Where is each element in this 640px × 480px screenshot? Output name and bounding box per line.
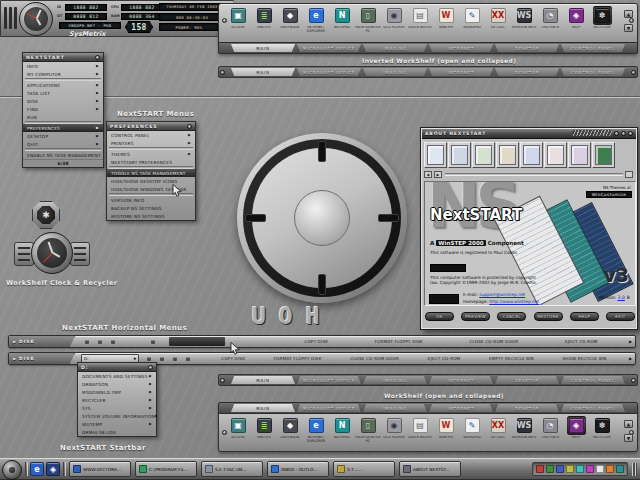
screenshot-thumbnail[interactable] <box>520 142 543 168</box>
menu-item[interactable]: MSDOWNLD.TMP ▶ <box>78 388 156 396</box>
shelf-scroll-down[interactable]: ▼ <box>624 434 633 442</box>
menu-item[interactable]: DRWATSON ▶ <box>78 380 156 388</box>
shelf-tab[interactable]: MAIN <box>231 404 295 412</box>
shelf-tab[interactable]: CONTROL PANEL <box>561 404 625 412</box>
recycler-widget[interactable]: ✱ <box>32 201 60 229</box>
menu-item[interactable]: RESTORE NS SETTINGS <box>107 212 195 220</box>
drive-icon[interactable] <box>147 357 151 361</box>
shelf-tab[interactable]: INTERNET <box>429 376 493 384</box>
shelf-tab[interactable]: MICROSOFT OFFICE <box>297 68 361 76</box>
shelf-item[interactable]: e INTERNET EXPLORER <box>303 6 329 34</box>
menu-item[interactable]: PRINTERS ▶ <box>107 139 195 147</box>
shelf-tab[interactable]: IMAGING <box>363 404 427 412</box>
shelf-item[interactable]: ◈ HELP <box>563 416 589 444</box>
quick-launch-icon[interactable]: e <box>30 462 44 476</box>
drive-icon[interactable] <box>111 340 115 344</box>
task-button[interactable]: S.T....... <box>333 461 395 477</box>
shelf-scroll-up[interactable]: ▲ <box>624 420 633 428</box>
shelf-item[interactable]: ◆ GREYBOOK <box>277 416 303 444</box>
drive-icon[interactable] <box>186 357 190 361</box>
menu-item[interactable]: DESKTOP ▶ <box>23 132 103 140</box>
shelf-tab[interactable]: MICROSOFT OFFICE <box>297 44 361 52</box>
menu-item[interactable]: BACKUP NS SETTINGS <box>107 204 195 212</box>
dialog-button[interactable]: CANCEL <box>497 312 526 321</box>
menu-bar-item[interactable]: EMPTY RECYCLE BIN <box>489 356 534 361</box>
tray-icon[interactable] <box>576 465 584 473</box>
task-button[interactable]: S.E.T.FAC.UN... <box>201 461 263 477</box>
dialog-button[interactable]: OK <box>425 312 454 321</box>
menu-bar-item[interactable]: FORMAT FLOPPY DISK <box>274 356 322 361</box>
shelf-item[interactable]: ✎ WORDPAD <box>459 6 485 34</box>
shelf-tab[interactable]: CONTROL PANEL <box>561 376 625 384</box>
start-button[interactable] <box>2 460 22 480</box>
quick-launch-icon[interactable]: ◈ <box>46 462 60 476</box>
menu-item[interactable]: APPLICATIONS ▶ <box>23 81 103 89</box>
shelf-item[interactable]: ▯ PALM DESKTOP PC <box>355 6 381 34</box>
menu-item[interactable]: PREFERENCES ▶ <box>23 124 103 132</box>
menu-bar-item[interactable]: CLOSE CD-ROM DOOR <box>469 339 518 344</box>
shelf-tab[interactable]: MAIN <box>231 68 295 76</box>
screenshot-thumbnail[interactable] <box>424 142 447 168</box>
shelf-item[interactable]: N NOTEPAD <box>329 416 355 444</box>
menu-item[interactable]: SYS ▶ <box>78 404 156 412</box>
dialog-button[interactable]: EXIT <box>606 312 635 321</box>
shelf-item[interactable]: ◉ QCD PLAYER <box>381 6 407 34</box>
task-button[interactable]: C:\PROGRAM FIL... <box>135 461 197 477</box>
menu-item[interactable]: TASK LIST ▶ <box>23 89 103 97</box>
menu-item[interactable]: ENABLE NS TASK MANAGEMENT <box>23 151 103 159</box>
menu-bar-item[interactable]: CLOSE CD-ROM DOOR <box>350 356 399 361</box>
dialog-button[interactable]: RESTORE <box>534 312 563 321</box>
window-titlebar[interactable]: ABOUT NEXTSTART <box>421 128 637 139</box>
shelf-item[interactable]: ≣ ENOTES <box>251 416 277 444</box>
tray-icon[interactable] <box>566 465 574 473</box>
drive-icon[interactable] <box>98 340 102 344</box>
menu-close-button[interactable] <box>95 55 100 60</box>
shelf-item[interactable]: ≣ ENOTES <box>251 6 277 34</box>
shelf-tab[interactable]: INTERNET <box>429 44 493 52</box>
shelf-item[interactable]: ✽ RECYCLER <box>589 416 615 444</box>
screenshot-thumbnail[interactable] <box>448 142 471 168</box>
shelf-tab[interactable]: MAIN <box>231 376 295 384</box>
shelf-item[interactable]: XX XX CALC <box>485 6 511 34</box>
menu-item[interactable]: FIND ▶ <box>23 105 103 113</box>
overflow-arrow-icon[interactable]: ▶ <box>629 339 632 344</box>
shelf-tab[interactable]: IMAGING <box>363 376 427 384</box>
tray-icon[interactable] <box>536 465 544 473</box>
shelf-tab[interactable]: IMAGING <box>363 68 427 76</box>
shelf-tab[interactable]: CONTROL PANEL <box>561 68 625 76</box>
screenshot-thumbnail[interactable] <box>472 142 495 168</box>
menu-bar-item[interactable]: EJECT CD-ROM <box>428 356 461 361</box>
menu-item[interactable]: CONTROL PANEL ▶ <box>107 131 195 139</box>
menu-bar-item[interactable]: SHOW RECYCLE BIN <box>563 356 607 361</box>
shelf-item[interactable]: ▯ PALM DESKTOP PC <box>355 416 381 444</box>
email-link[interactable]: support@winstep.net <box>479 292 525 297</box>
shelf-item[interactable]: N NOTEPAD <box>329 6 355 34</box>
shelf-item[interactable]: e INTERNET EXPLORER <box>303 416 329 444</box>
tray-grip[interactable] <box>632 463 637 476</box>
menu-item[interactable]: NEXTSTART PREFERENCES <box>107 158 195 166</box>
shelf-item[interactable]: W WINTIPS <box>433 6 459 34</box>
shelf-item[interactable]: ▤ QUICK NOTES <box>407 6 433 34</box>
shelf-tab[interactable]: DESKTOP <box>495 404 559 412</box>
close-button[interactable] <box>628 131 633 136</box>
shelf-item[interactable]: ◔ THU FEB 6 <box>537 6 563 34</box>
task-button[interactable]: ABOUT NEXTST... <box>399 461 461 477</box>
maximize-button[interactable] <box>621 131 626 136</box>
scroll-track[interactable] <box>445 173 623 176</box>
shelf-item[interactable]: ✽ RECYCLER <box>589 6 615 34</box>
shelf-tab[interactable]: DESKTOP <box>495 44 559 52</box>
shelf-item[interactable]: ▤ QUICK NOTES <box>407 416 433 444</box>
shelf-tab[interactable]: MICROSOFT OFFICE <box>297 376 361 384</box>
shelf-tab[interactable]: IMAGING <box>363 44 427 52</box>
screenshot-thumbnail[interactable] <box>592 142 615 168</box>
screenshot-thumbnail[interactable] <box>568 142 591 168</box>
menu-item[interactable]: DRMHLSB.LOG <box>78 428 156 436</box>
shelf-item[interactable]: W WINTIPS <box>433 416 459 444</box>
shelf-item[interactable]: ✎ WORDPAD <box>459 416 485 444</box>
highlighted-menu-item[interactable] <box>169 337 225 346</box>
scroll-left-button[interactable]: ◀ <box>424 171 432 178</box>
workshelf-clock-widget[interactable] <box>14 230 90 276</box>
shelf-tab[interactable]: INTERNET <box>429 404 493 412</box>
dialog-button[interactable]: HELP <box>570 312 599 321</box>
tray-icon[interactable] <box>606 465 614 473</box>
